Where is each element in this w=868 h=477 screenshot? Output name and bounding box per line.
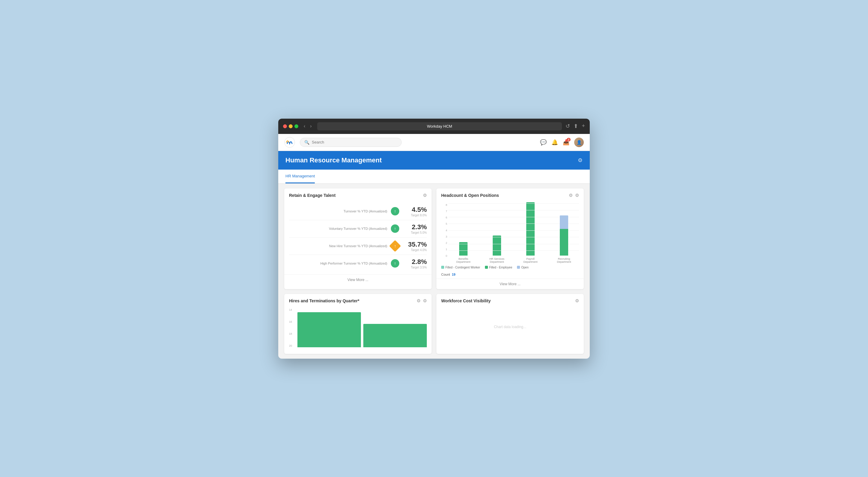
retain-engage-card: Retain & Engage Talent ⚙ Turnover % YTD … [284,188,432,289]
metric-row: Turnover % YTD (Annualized) ↑ 4.5% Targe… [289,203,427,220]
metrics-list: Turnover % YTD (Annualized) ↑ 4.5% Targe… [284,201,432,274]
page-settings-icon[interactable]: ⚙ [578,157,583,163]
back-button[interactable]: ‹ [302,123,307,129]
bar-group-payroll: PayrollDepartment [516,202,546,263]
metric-value-2: 35.7% Target 4.0% [403,241,427,252]
share-icon[interactable]: ⬆ [574,123,578,129]
headcount-card-title: Headcount & Open Positions [441,193,499,198]
metric-indicator-2: ↑ [389,240,401,252]
workforce-filter-icon[interactable]: ⚙ [575,298,579,303]
bar-group-benefits: BenefitsDepartment [448,202,478,263]
retain-settings-icon[interactable]: ⚙ [423,193,427,198]
retain-card-title: Retain & Engage Talent [289,193,336,198]
metric-row: New Hire Turnover % YTD (Annualized) ↑ 3… [289,238,427,255]
notification-badge: 2 [567,138,570,142]
dashboard-grid: Retain & Engage Talent ⚙ Turnover % YTD … [278,184,590,359]
hires-chart: 20 18 16 14 [284,306,432,354]
new-tab-icon[interactable]: + [582,123,585,129]
metric-label: New Hire Turnover % YTD (Annualized) [289,244,387,248]
hires-filter-icon[interactable]: ⚙ [416,298,421,303]
nav-buttons: ‹ › [302,123,314,129]
search-bar[interactable]: 🔍 [300,138,402,147]
metric-value-0: 4.5% Target 8.0% [403,206,427,217]
hires-settings-icon[interactable]: ⚙ [423,298,427,303]
legend-item-emp: Filled - Employee [485,266,512,269]
bar-group-recruiting: RecruitingDepartment [549,202,579,263]
workforce-card-title: Workforce Cost Visibility [441,298,491,303]
traffic-lights [283,124,298,128]
workforce-card: Workforce Cost Visibility ⚙ Chart data l… [436,294,584,354]
metric-label: High Performer Turnover % YTD (Annualize… [289,262,387,265]
headcount-card-icons: ⚙ ⚙ [569,193,579,198]
avatar[interactable]: 👤 [574,138,584,147]
hires-y-axis: 20 18 16 14 [289,308,292,347]
legend-item-cw: Filled - Contingent Worker [441,266,480,269]
hires-card-header: Hires and Terminations by Quarter* ⚙ ⚙ [284,294,432,306]
nav-actions: 💬 🔔 📥 2 👤 [540,138,584,147]
chart-area: 0 1 2 3 4 5 6 7 8 [436,201,584,263]
browser-chrome: ‹ › Workday HCM ↺ ⬆ + [278,119,590,134]
bar-benefits-filled[interactable] [459,242,468,256]
bar-group-hr-services: HR ServicesDepartment [482,202,512,263]
app-content: 🔍 💬 🔔 📥 2 👤 Human Resource Management ⚙ [278,134,590,359]
reload-icon[interactable]: ↺ [565,123,570,129]
metric-value-3: 2.8% Target 3.5% [403,258,427,269]
top-nav: 🔍 💬 🔔 📥 2 👤 [278,134,590,151]
minimize-button[interactable] [289,124,292,128]
y-axis: 0 1 2 3 4 5 6 7 8 [441,204,447,257]
hires-bar-area [289,308,427,347]
messages-icon[interactable]: 💬 [540,139,547,146]
forward-button[interactable]: › [308,123,313,129]
retain-card-header: Retain & Engage Talent ⚙ [284,188,432,201]
chart-legend: Filled - Contingent Worker Filled - Empl… [436,263,584,271]
browser-actions: ↺ ⬆ + [565,123,585,129]
metric-indicator-0: ↑ [391,207,399,215]
bar-recruiting-filled[interactable] [560,229,568,256]
headcount-card: Headcount & Open Positions ⚙ ⚙ [436,188,584,289]
page-header: Human Resource Management ⚙ [278,151,590,170]
hires-bar-2[interactable] [363,324,427,347]
workforce-card-icons: ⚙ [575,298,579,303]
inbox-icon[interactable]: 📥 2 [563,139,569,146]
close-button[interactable] [283,124,287,128]
workday-logo-icon [284,137,295,148]
headcount-card-header: Headcount & Open Positions ⚙ ⚙ [436,188,584,201]
metric-value-1: 2.3% Target 5.0% [403,223,427,234]
bar-recruiting-open[interactable] [560,215,568,229]
workforce-card-header: Workforce Cost Visibility ⚙ [436,294,584,306]
chart-count: Count 19 [436,271,584,279]
retain-card-icons: ⚙ [423,193,427,198]
headcount-filter-icon[interactable]: ⚙ [569,193,573,198]
bar-chart: 0 1 2 3 4 5 6 7 8 [441,204,579,263]
bar-payroll-filled[interactable] [526,202,535,256]
metric-row: Voluntary Turnover % YTD (Annualized) ↑ … [289,220,427,238]
hires-card-title: Hires and Terminations by Quarter* [289,298,360,303]
headcount-view-more[interactable]: View More ... [436,279,584,289]
tabs-bar: HR Management [278,170,590,184]
metric-label: Voluntary Turnover % YTD (Annualized) [289,227,387,231]
hires-card: Hires and Terminations by Quarter* ⚙ ⚙ 2… [284,294,432,354]
maximize-button[interactable] [294,124,298,128]
metric-row: High Performer Turnover % YTD (Annualize… [289,255,427,272]
metric-label: Turnover % YTD (Annualized) [289,209,387,213]
search-input[interactable] [312,140,397,144]
tab-hr-management[interactable]: HR Management [285,170,315,183]
headcount-settings-icon[interactable]: ⚙ [575,193,579,198]
search-icon: 🔍 [304,140,309,145]
metric-indicator-1: ↑ [391,225,399,233]
bar-hr-services-filled[interactable] [493,236,501,256]
browser-window: ‹ › Workday HCM ↺ ⬆ + 🔍 [278,119,590,359]
metric-indicator-3: ↑ [391,259,399,268]
page-title: Human Resource Management [285,156,382,164]
legend-item-open: Open [517,266,528,269]
retain-view-more[interactable]: View More ... [284,274,432,285]
hires-card-icons: ⚙ ⚙ [416,298,427,303]
workday-logo[interactable] [284,137,295,148]
notifications-icon[interactable]: 🔔 [551,139,558,146]
hires-bar-1[interactable] [298,312,361,347]
address-bar[interactable]: Workday HCM [317,122,562,130]
